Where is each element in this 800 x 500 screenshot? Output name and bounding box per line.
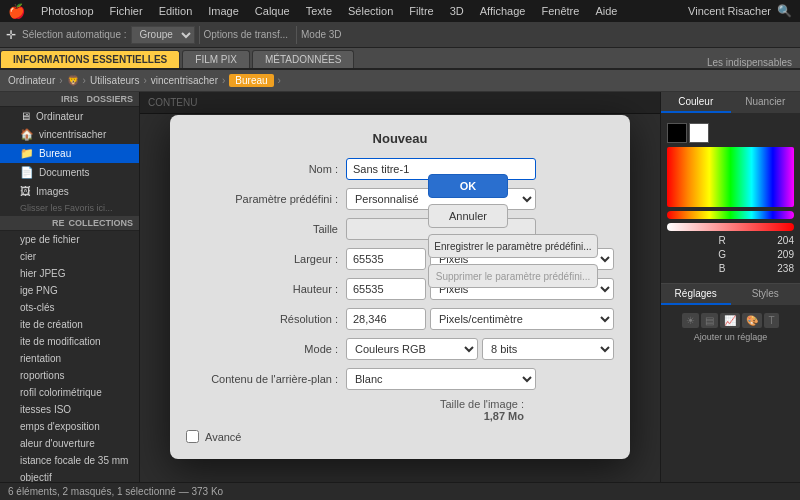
menu-affichage[interactable]: Affichage (472, 0, 534, 22)
r-label: R (719, 235, 726, 246)
bg-color-box[interactable] (689, 123, 709, 143)
mode-select[interactable]: Couleurs RGB (346, 338, 478, 360)
toolbar-separator-2 (296, 26, 297, 44)
menu-calque[interactable]: Calque (247, 0, 298, 22)
image-size-info: Taille de l'image : 1,87 Mo (186, 398, 614, 422)
breadcrumb-user[interactable]: vincentrisacher (151, 75, 218, 86)
apple-logo[interactable]: 🍎 (0, 3, 33, 19)
menu-aide[interactable]: Aide (587, 0, 625, 22)
btn-save-preset[interactable]: Enregistrer le paramètre prédéfini... (428, 234, 598, 258)
sidebar-item-bureau[interactable]: 📁 Bureau (0, 144, 139, 163)
tab-informations-essentielles[interactable]: INFORMATIONS ESSENTIELLES (0, 50, 180, 68)
menu-fenetre[interactable]: Fenêtre (533, 0, 587, 22)
fg-color-box[interactable] (667, 123, 687, 143)
menu-photoshop[interactable]: Photoshop (33, 0, 102, 22)
resolution-unit-select[interactable]: Pixels/centimètre (430, 308, 614, 330)
panel-tabs-2: Réglages Styles (661, 284, 800, 305)
btn-delete-preset[interactable]: Supprimer le paramètre prédéfini... (428, 264, 598, 288)
brightness-icon[interactable]: ☀ (682, 313, 699, 328)
resolution-input[interactable] (346, 308, 426, 330)
col-label: aleur d'ouverture (20, 438, 95, 449)
sidebar: IRIS DOSSIERS 🖥 Ordinateur 🏠 vincentrisa… (0, 92, 140, 482)
tab-nuancier[interactable]: Nuancier (731, 92, 801, 113)
breadcrumb-ordinateur[interactable]: Ordinateur (8, 75, 55, 86)
sidebar-item-images[interactable]: 🖼 Images (0, 182, 139, 200)
breadcrumb-utilisateurs[interactable]: Utilisateurs (90, 75, 139, 86)
col-label: ype de fichier (20, 234, 79, 245)
breadcrumb-lion[interactable]: 🦁 (67, 75, 79, 86)
hue-slider[interactable] (667, 211, 794, 219)
menu-filtre[interactable]: Filtre (401, 0, 441, 22)
toolbar: ✛ Sélection automatique : Groupe Options… (0, 22, 800, 48)
menu-texte[interactable]: Texte (298, 0, 340, 22)
workspace-tabs: INFORMATIONS ESSENTIELLES FILM PIX MÉTAD… (0, 48, 800, 70)
sidebar-col-orient[interactable]: rientation (0, 350, 139, 367)
menu-fichier[interactable]: Fichier (102, 0, 151, 22)
sat-slider[interactable] (667, 223, 794, 231)
sidebar-item-ordinateur[interactable]: 🖥 Ordinateur (0, 107, 139, 125)
user-name: Vincent Risacher (688, 5, 771, 17)
dialog-mode-row: Mode : Couleurs RGB 8 bits (186, 338, 614, 360)
sidebar-item-documents[interactable]: 📄 Documents (0, 163, 139, 182)
menu-image[interactable]: Image (200, 0, 247, 22)
sidebar-col-ouverture[interactable]: aleur d'ouverture (0, 435, 139, 452)
tab-couleur[interactable]: Couleur (661, 92, 731, 113)
menubar: 🍎 Photoshop Fichier Edition Image Calque… (0, 0, 800, 22)
g-value: 209 (777, 249, 794, 260)
reglages-content: ☀ ▤ 📈 🎨 T Ajouter un réglage (661, 305, 800, 346)
color-preview (667, 123, 794, 143)
sidebar-item-user[interactable]: 🏠 vincentrisacher (0, 125, 139, 144)
bg-select[interactable]: Blanc (346, 368, 536, 390)
sidebar-col-type[interactable]: ype de fichier (0, 231, 139, 248)
sidebar-col-creation[interactable]: ite de création (0, 316, 139, 333)
statusbar: 6 éléments, 2 masqués, 1 sélectionné — 3… (0, 482, 800, 500)
sidebar-col-modif[interactable]: ite de modification (0, 333, 139, 350)
btn-ok[interactable]: OK (428, 174, 508, 198)
curves-icon[interactable]: 📈 (720, 313, 740, 328)
menu-selection[interactable]: Sélection (340, 0, 401, 22)
dialog-resolution-row: Résolution : Pixels/centimètre (186, 308, 614, 330)
sidebar-col-cier[interactable]: cier (0, 248, 139, 265)
search-icon[interactable]: 🔍 (777, 4, 792, 18)
sidebar-item-label: Bureau (39, 148, 71, 159)
text-icon[interactable]: T (764, 313, 778, 328)
group-select[interactable]: Groupe (131, 26, 195, 44)
depth-select[interactable]: 8 bits (482, 338, 614, 360)
breadcrumb-bureau[interactable]: Bureau (229, 74, 273, 87)
sidebar-col-profil[interactable]: rofil colorimétrique (0, 384, 139, 401)
sidebar-col-objectif[interactable]: objectif (0, 469, 139, 482)
avance-checkbox[interactable] (186, 430, 199, 443)
tab-metadonnees[interactable]: MÉTADONNÉES (252, 50, 355, 68)
tab-film-pix[interactable]: FILM PIX (182, 50, 250, 68)
right-panel: Couleur Nuancier R 204 G 209 B 238 (660, 92, 800, 482)
size-label: Taille (186, 223, 346, 235)
home-icon: 🏠 (20, 128, 34, 141)
col-label: rientation (20, 353, 61, 364)
btn-cancel[interactable]: Annuler (428, 204, 508, 228)
width-input[interactable] (346, 248, 426, 270)
image-size-value: 1,87 Mo (186, 410, 524, 422)
sidebar-col-expo[interactable]: emps d'exposition (0, 418, 139, 435)
sidebar-col-prop[interactable]: roportions (0, 367, 139, 384)
tab-reglages[interactable]: Réglages (661, 284, 731, 305)
sidebar-col-focale[interactable]: istance focale de 35 mm (0, 452, 139, 469)
breadcrumb-sep-4: › (222, 75, 225, 86)
sidebar-col-jpeg[interactable]: hier JPEG (0, 265, 139, 282)
sidebar-col-iso[interactable]: itesses ISO (0, 401, 139, 418)
indispensables-label: Les indispensables (707, 57, 792, 68)
menu-3d[interactable]: 3D (442, 0, 472, 22)
sidebar-col-png[interactable]: ige PNG (0, 282, 139, 299)
saturation-icon[interactable]: 🎨 (742, 313, 762, 328)
menu-edition[interactable]: Edition (151, 0, 201, 22)
width-label: Largeur : (186, 253, 346, 265)
height-label: Hauteur : (186, 283, 346, 295)
col-label: emps d'exposition (20, 421, 100, 432)
auto-select-label: Sélection automatique : (22, 29, 127, 40)
content-area: CONTENU Index.png (140, 92, 660, 482)
col-label: ige PNG (20, 285, 58, 296)
sidebar-item-drag-here: Glisser les Favoris ici... (0, 200, 139, 216)
height-input[interactable] (346, 278, 426, 300)
tab-styles[interactable]: Styles (731, 284, 801, 305)
levels-icon[interactable]: ▤ (701, 313, 718, 328)
sidebar-col-mots[interactable]: ots-clés (0, 299, 139, 316)
